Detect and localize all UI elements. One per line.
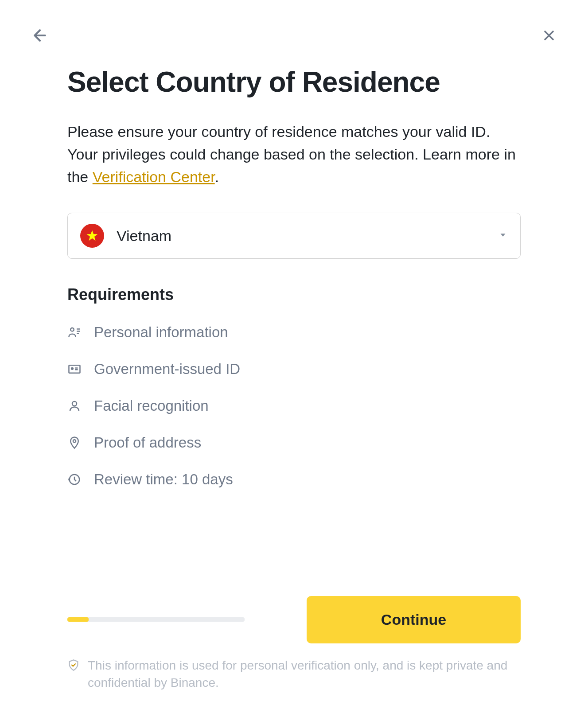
continue-button[interactable]: Continue: [307, 596, 521, 643]
close-icon: [541, 27, 557, 43]
requirement-label: Government-issued ID: [94, 361, 240, 378]
clock-icon: [67, 472, 82, 487]
shield-check-icon: [67, 658, 80, 676]
svg-marker-4: [501, 234, 506, 236]
svg-rect-9: [69, 365, 80, 373]
location-pin-icon: [67, 436, 82, 450]
disclaimer: This information is used for personal ve…: [67, 657, 521, 691]
progress-bar: [67, 617, 245, 622]
personal-info-icon: [67, 325, 82, 339]
requirement-item: Review time: 10 days: [67, 471, 521, 488]
requirement-label: Facial recognition: [94, 397, 209, 414]
description-text: Please ensure your country of residence …: [67, 121, 521, 188]
disclaimer-text: This information is used for personal ve…: [88, 657, 521, 691]
svg-point-10: [71, 368, 73, 370]
top-bar: [27, 23, 561, 48]
back-button[interactable]: [27, 23, 52, 48]
requirement-label: Personal information: [94, 324, 228, 341]
requirement-item: Government-issued ID: [67, 361, 521, 378]
content: Select Country of Residence Please ensur…: [27, 66, 561, 691]
country-select[interactable]: Vietnam: [67, 213, 521, 259]
id-card-icon: [67, 362, 82, 376]
requirement-label: Proof of address: [94, 434, 201, 451]
face-icon: [67, 399, 82, 413]
modal-container: Select Country of Residence Please ensur…: [0, 0, 588, 709]
svg-point-5: [70, 328, 74, 331]
requirement-item: Personal information: [67, 324, 521, 341]
requirements-heading: Requirements: [67, 285, 521, 304]
close-button[interactable]: [537, 24, 561, 47]
progress-fill: [67, 617, 89, 622]
country-selected-label: Vietnam: [117, 227, 498, 245]
arrow-left-icon: [31, 27, 49, 44]
page-title: Select Country of Residence: [67, 66, 521, 98]
requirement-item: Facial recognition: [67, 397, 521, 414]
description-after: .: [215, 168, 219, 185]
chevron-down-icon: [498, 230, 508, 242]
requirement-item: Proof of address: [67, 434, 521, 451]
svg-point-13: [72, 401, 77, 406]
requirement-label: Review time: 10 days: [94, 471, 233, 488]
flag-vietnam-icon: [80, 224, 104, 248]
verification-center-link[interactable]: Verification Center: [93, 168, 215, 185]
svg-marker-3: [87, 230, 98, 241]
svg-point-14: [73, 440, 76, 442]
bottom-row: Continue: [67, 596, 521, 643]
